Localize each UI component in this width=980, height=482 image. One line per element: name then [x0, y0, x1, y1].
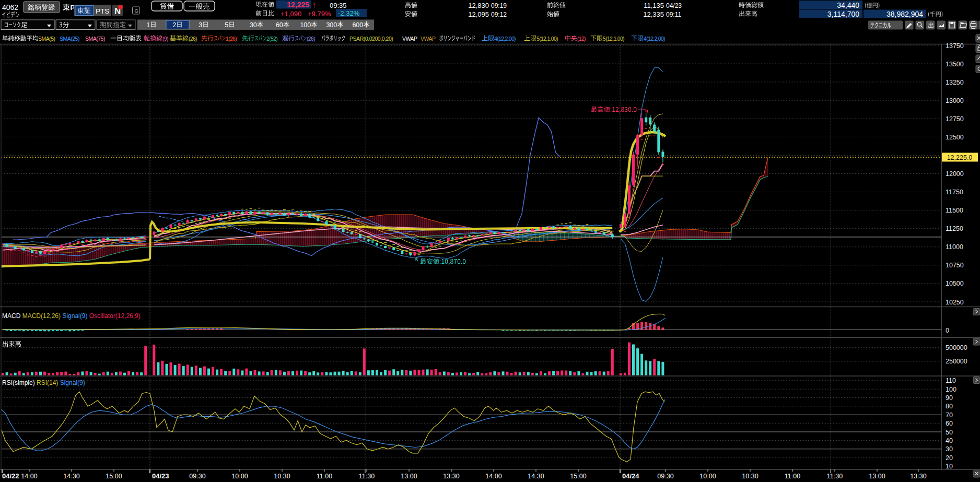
svg-text:90: 90: [946, 394, 953, 402]
svg-text:5: 5: [225, 21, 228, 29]
svg-text:+9.79%: +9.79%: [308, 10, 331, 18]
svg-text:13750: 13750: [946, 42, 964, 50]
svg-text:110: 110: [946, 377, 956, 384]
svg-text:09:19: 09:19: [491, 2, 507, 9]
svg-text:G: G: [135, 8, 138, 14]
svg-text:60: 60: [946, 420, 953, 427]
svg-text:SMA(25): SMA(25): [60, 36, 79, 42]
svg-text:3,114,700: 3,114,700: [827, 10, 859, 18]
svg-text:2: 2: [172, 21, 176, 29]
svg-text:14:30: 14:30: [63, 473, 79, 480]
svg-text:12000: 12000: [946, 170, 964, 178]
svg-text:13:00: 13:00: [401, 473, 417, 480]
svg-text:PSAR(0.0200,0.20): PSAR(0.0200,0.20): [349, 36, 393, 42]
svg-text:09:30: 09:30: [189, 473, 205, 480]
svg-text:14:30: 14:30: [528, 473, 544, 480]
svg-text:60: 60: [276, 21, 283, 29]
svg-text:04/23: 04/23: [666, 2, 682, 9]
svg-text:10:30: 10:30: [274, 473, 290, 480]
svg-text:10750: 10750: [946, 262, 964, 269]
svg-text:30: 30: [250, 21, 257, 29]
svg-text:04/23: 04/23: [152, 472, 169, 480]
svg-text:5(12,1.00): 5(12,1.00): [536, 36, 558, 42]
svg-text:600: 600: [352, 21, 363, 29]
svg-text:10:00: 10:00: [699, 473, 716, 480]
svg-text:+1,090: +1,090: [281, 10, 301, 18]
svg-text:13250: 13250: [946, 79, 964, 86]
svg-text:PTS: PTS: [96, 7, 109, 15]
svg-text:2(52): 2(52): [266, 36, 277, 42]
svg-text:12,225: 12,225: [287, 1, 309, 9]
svg-text:SMA(5): SMA(5): [38, 36, 55, 42]
svg-text:4(12,2.00): 4(12,2.00): [494, 36, 516, 42]
svg-text:13:30: 13:30: [910, 473, 926, 480]
svg-text:250000: 250000: [946, 358, 967, 365]
svg-text:10:00: 10:00: [231, 473, 248, 480]
svg-text:09:30: 09:30: [657, 473, 673, 480]
svg-text:09:35: 09:35: [330, 2, 347, 9]
svg-text:10:30: 10:30: [742, 473, 758, 480]
svg-text:40: 40: [946, 437, 953, 444]
svg-text:↑: ↑: [312, 1, 316, 9]
svg-text:70: 70: [946, 412, 953, 419]
svg-text:11:00: 11:00: [785, 473, 800, 480]
svg-text:13:00: 13:00: [869, 473, 885, 480]
svg-text:4062: 4062: [2, 3, 18, 11]
svg-text:(12): (12): [577, 36, 586, 42]
svg-text:09:11: 09:11: [666, 11, 681, 18]
svg-text:SMA(75): SMA(75): [85, 36, 105, 42]
svg-text:38,982,904: 38,982,904: [886, 10, 923, 18]
svg-text:3: 3: [199, 21, 202, 29]
svg-text:-2.32%: -2.32%: [338, 9, 360, 17]
svg-text:14:00: 14:00: [485, 473, 501, 480]
svg-text:12,335: 12,335: [643, 10, 664, 18]
svg-text:VWAP: VWAP: [402, 36, 417, 42]
svg-text:13500: 13500: [946, 61, 964, 68]
svg-text:11,135: 11,135: [644, 2, 664, 9]
svg-text:12,225.0: 12,225.0: [947, 154, 973, 161]
svg-text:VWAP: VWAP: [421, 36, 436, 42]
svg-text:15:00: 15:00: [106, 473, 122, 480]
svg-text:80: 80: [946, 403, 953, 410]
svg-text:50: 50: [946, 429, 953, 436]
svg-text:20: 20: [946, 454, 953, 462]
svg-text:5(12,1.00): 5(12,1.00): [603, 36, 624, 42]
svg-text:(9): (9): [162, 36, 168, 42]
svg-text:15:00: 15:00: [570, 473, 586, 480]
svg-text:12,095: 12,095: [468, 10, 489, 18]
svg-text:12500: 12500: [946, 134, 964, 141]
svg-text:10250: 10250: [946, 299, 964, 306]
svg-text:13000: 13000: [946, 97, 964, 104]
svg-text:300: 300: [326, 21, 337, 29]
svg-text:04/24: 04/24: [622, 472, 639, 480]
svg-text:100: 100: [300, 21, 311, 29]
svg-text:34,440: 34,440: [837, 1, 859, 9]
svg-text:13:30: 13:30: [443, 473, 459, 480]
svg-text:4(12,2.00): 4(12,2.00): [644, 36, 665, 42]
svg-text:30: 30: [946, 445, 953, 453]
svg-text:09:12: 09:12: [491, 11, 507, 18]
svg-text:100: 100: [946, 386, 956, 393]
svg-text:11250: 11250: [946, 225, 963, 232]
svg-text:11750: 11750: [946, 189, 963, 196]
svg-text:11:00: 11:00: [317, 473, 332, 480]
svg-text:0: 0: [946, 327, 949, 334]
svg-text:1(26): 1(26): [226, 36, 237, 42]
svg-text:RSI(simple) RSI(14) Signal(9: RSI(simple) RSI(14) Signal(9): [2, 379, 85, 386]
svg-text:10: 10: [946, 463, 953, 470]
svg-text:500000: 500000: [946, 344, 967, 351]
svg-text:(26): (26): [189, 36, 197, 42]
svg-text:MACD MACD(12,26) Signal(9): MACD MACD(12,26) Signal(9) Oscillator(12…: [2, 312, 141, 320]
svg-text:10500: 10500: [946, 280, 964, 287]
svg-text:11:30: 11:30: [359, 473, 375, 480]
svg-text:04/22: 04/22: [2, 472, 19, 480]
svg-text:(26): (26): [307, 36, 315, 42]
svg-text:11000: 11000: [946, 243, 963, 251]
svg-text:1: 1: [146, 21, 150, 29]
svg-text:14:00: 14:00: [21, 473, 37, 480]
svg-text:11500: 11500: [946, 207, 963, 214]
svg-text:12750: 12750: [946, 115, 964, 123]
svg-text:12,830: 12,830: [468, 2, 489, 9]
svg-text:11:30: 11:30: [827, 473, 843, 480]
